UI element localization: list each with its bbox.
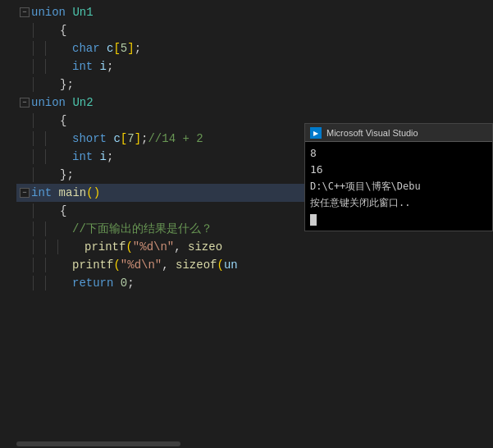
code-line-15: printf("%d\n", sizeof(un <box>16 256 493 274</box>
code-line-5: }; <box>16 75 493 94</box>
brace-close-2: }; <box>60 166 74 184</box>
num-5: 5 <box>121 39 127 57</box>
keyword-int-2: int <box>72 148 100 166</box>
var-i2: i <box>100 148 107 166</box>
code-line-14: printf("%d\n", sizeo <box>16 238 493 256</box>
comment-2: //下面输出的结果是什么？ <box>72 220 212 238</box>
console-title: Microsoft Visual Studio <box>326 124 418 142</box>
string-format-2: "%d\n" <box>121 256 162 274</box>
console-cursor-line <box>310 211 487 227</box>
var-c1: c <box>107 39 113 57</box>
keyword-char: char <box>72 39 107 57</box>
brace-open-3: { <box>60 202 66 220</box>
string-format-1: "%d\n" <box>133 238 174 256</box>
code-line-3: char c[5]; <box>16 39 493 57</box>
brace-open-1: { <box>60 21 66 39</box>
keyword-short: short <box>72 130 113 148</box>
comment-1: //14 + 2 <box>148 130 203 148</box>
bracket-c1: [ <box>113 39 120 57</box>
console-path: D:\C++项目\博客\Debu <box>310 178 487 194</box>
code-line-1: − union Un1 <box>16 3 493 21</box>
console-popup: ▶ Microsoft Visual Studio 8 16 D:\C++项目\… <box>304 123 493 231</box>
code-line-16: return 0; <box>16 274 493 292</box>
brace-close-1: }; <box>60 75 74 94</box>
console-cursor <box>310 214 317 226</box>
num-0: 0 <box>121 274 127 292</box>
console-hint: 按任意键关闭此窗口.. <box>310 194 487 211</box>
var-i1: i <box>100 57 107 75</box>
code-line-2: { <box>16 21 493 39</box>
horizontal-scrollbar[interactable] <box>0 440 493 448</box>
collapse-btn-1[interactable]: − <box>20 7 30 17</box>
var-c2: c <box>113 130 120 148</box>
collapse-btn-2[interactable]: − <box>20 98 30 107</box>
console-output-2: 16 <box>310 162 487 178</box>
type-un2: Un2 <box>72 94 93 112</box>
console-output-1: 8 <box>310 145 487 162</box>
keyword-int-1: int <box>72 57 100 75</box>
code-line-4: int i; <box>16 57 493 75</box>
keyword-union-2: union <box>31 94 72 112</box>
func-sizeof-2: sizeof <box>176 256 217 274</box>
code-editor: − union Un1 { char c[5]; int i; }; <box>0 0 493 448</box>
console-titlebar: ▶ Microsoft Visual Studio <box>305 124 492 142</box>
svg-text:▶: ▶ <box>313 130 319 137</box>
collapse-btn-3[interactable]: − <box>20 188 30 198</box>
func-printf-1: printf <box>84 238 126 256</box>
var-un: un <box>224 256 238 274</box>
type-un1: Un1 <box>72 3 93 21</box>
keyword-return: return <box>72 274 121 292</box>
scrollbar-thumb[interactable] <box>16 441 180 446</box>
num-7: 7 <box>127 130 134 148</box>
brace-open-2: { <box>60 112 66 130</box>
keyword-int-main: int <box>31 184 59 202</box>
func-printf-2: printf <box>72 256 113 274</box>
func-main: main <box>59 184 87 202</box>
console-body: 8 16 D:\C++项目\博客\Debu 按任意键关闭此窗口.. <box>305 142 492 231</box>
vs-icon: ▶ <box>310 127 322 139</box>
func-sizeof-1: sizeo <box>188 238 222 256</box>
code-line-6: − union Un2 <box>16 94 493 112</box>
keyword-union-1: union <box>31 3 72 21</box>
